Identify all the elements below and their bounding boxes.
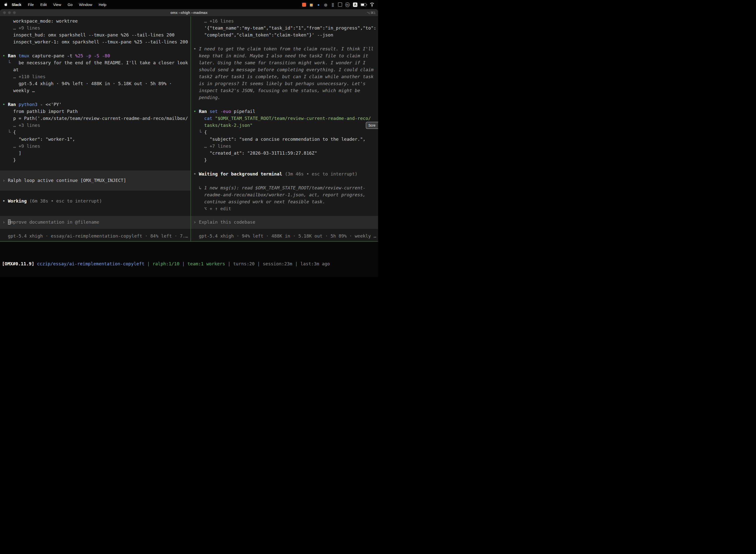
terminal-line: └ { bbox=[2, 129, 188, 136]
terminal-line: weekly … bbox=[2, 87, 188, 94]
screen-overlay-tooltip: Scre bbox=[366, 122, 378, 129]
window-title-bar[interactable]: omx --xhigh --madmax ⌥⌘1 bbox=[0, 9, 378, 16]
terminal-line: } bbox=[2, 157, 188, 164]
ran-command-line: • Ran tmux capture-pane -t %25 -p -S -80 bbox=[2, 52, 188, 59]
composer-input-left[interactable]: › Improve documentation in @filename bbox=[0, 216, 190, 229]
thinking-line: should send a message before completing … bbox=[193, 66, 376, 73]
terminal-line: } bbox=[193, 157, 376, 164]
grid-icon[interactable]: ▦ bbox=[309, 2, 313, 7]
right-pane[interactable]: … +16 lines '{"team_name":"my-team","tas… bbox=[191, 16, 378, 241]
minimize-button[interactable] bbox=[8, 11, 11, 14]
injected-prompt-line[interactable]: › Ralph loop active continue [OMX_TMUX_I… bbox=[0, 170, 190, 190]
terminal-line: cat "$OMX_TEAM_STATE_ROOT/team/review-cu… bbox=[193, 115, 376, 122]
ran-command-line: • Ran python3 - <<'PY' bbox=[2, 101, 188, 108]
omx-status-area: [OMX#0.11.9] cczip/essay/ai-reimplementa… bbox=[0, 242, 378, 277]
terminal-line: … +9 lines bbox=[2, 143, 188, 150]
screen-record-icon[interactable] bbox=[302, 3, 306, 7]
thinking-line: task2 after task1 is complete, but can I… bbox=[193, 73, 376, 80]
mailbox-note-line: ↳ 1 new msg(s): read $OMX_TEAM_STATE_ROO… bbox=[193, 184, 376, 191]
pane-status-line: gpt-5.4 xhigh · essay/ai-reimplementatio… bbox=[2, 233, 188, 239]
terminal-line bbox=[2, 45, 188, 52]
edit-hint-line: ⌥ + ↑ edit bbox=[193, 205, 376, 212]
gauge-61-icon[interactable]: 61 bbox=[345, 2, 350, 7]
terminal-line: … +110 lines bbox=[2, 73, 188, 80]
thinking-line: • I need to get the claim token from the… bbox=[193, 45, 376, 52]
terminal-line: … +7 lines bbox=[193, 143, 376, 150]
thinking-line: is in progress? It seems likely but perh… bbox=[193, 80, 376, 87]
terminal-line bbox=[193, 39, 376, 45]
window-title: omx --xhigh --madmax bbox=[0, 11, 378, 15]
terminal-line: "completed","claim_token":"claim-token"}… bbox=[193, 32, 376, 39]
terminal-line: p = Path('.omx/state/team/review-current… bbox=[2, 115, 188, 122]
thinking-line: keep that in mind. Maybe I also need the… bbox=[193, 52, 376, 59]
terminal-line: "created_at": "2026-03-31T11:59:27.816Z" bbox=[193, 150, 376, 157]
terminal-line: '{"team_name":"my-team","task_id":"1","f… bbox=[193, 24, 376, 32]
menu-item-file[interactable]: File bbox=[24, 2, 37, 7]
mailbox-note-line: continue assigned work or next feasible … bbox=[193, 198, 376, 205]
terminal-line: … +16 lines bbox=[193, 18, 376, 24]
menu-item-go[interactable]: Go bbox=[64, 2, 76, 7]
menu-item-help[interactable]: Help bbox=[96, 2, 110, 7]
window-shortcut-badge: ⌥⌘1 bbox=[367, 11, 378, 15]
mailbox-note-line: readme-and-reco/mailbox/worker-1.json, a… bbox=[193, 191, 376, 198]
terminal-line bbox=[193, 177, 376, 184]
screen: SlackFileEditViewGoWindowHelp ▦●◎⣿61A om… bbox=[0, 0, 378, 277]
pane-status-line: gpt-5.4 xhigh · 94% left · 488K in · 5.1… bbox=[193, 233, 376, 239]
thinking-line: later. Using the same for transition mig… bbox=[193, 59, 376, 66]
terminal-line: ] bbox=[2, 150, 188, 157]
dots-grid-icon[interactable]: ⣿ bbox=[331, 2, 335, 7]
terminal-line: "worker": "worker-1", bbox=[2, 136, 188, 143]
terminal-line: gpt-5.4 xhigh · 94% left · 488K in · 5.1… bbox=[2, 80, 188, 87]
terminal-line: └ be necessary for the end of the README… bbox=[2, 59, 188, 66]
drop-icon[interactable]: ● bbox=[316, 2, 320, 7]
menu-status-icons: ▦●◎⣿61A bbox=[302, 2, 375, 7]
menu-item-edit[interactable]: Edit bbox=[37, 2, 50, 7]
traffic-lights bbox=[0, 11, 16, 14]
menu-item-slack[interactable]: Slack bbox=[8, 2, 24, 7]
menu-item-window[interactable]: Window bbox=[76, 2, 96, 7]
menu-item-view[interactable]: View bbox=[50, 2, 64, 7]
terminal-line: at bbox=[2, 66, 188, 73]
thinking-line: pending. bbox=[193, 94, 376, 101]
circle-app-icon[interactable]: ◎ bbox=[324, 2, 328, 7]
menu-left: SlackFileEditViewGoWindowHelp bbox=[3, 2, 110, 7]
terminal-line: … +9 lines bbox=[2, 24, 188, 32]
zoom-button[interactable] bbox=[13, 11, 16, 14]
terminal-line: └ { bbox=[193, 129, 376, 136]
macos-menu-bar: SlackFileEditViewGoWindowHelp ▦●◎⣿61A bbox=[0, 0, 378, 9]
terminal-line bbox=[193, 164, 376, 170]
terminal-line: inspect_worker-1: omx sparkshell --tmux-… bbox=[2, 39, 188, 45]
close-button[interactable] bbox=[3, 11, 6, 14]
screen-overlay-text: Scre bbox=[368, 123, 376, 127]
terminal-line bbox=[2, 94, 188, 101]
waiting-status-line: • Waiting for background terminal (3m 46… bbox=[193, 170, 376, 177]
terminal-area: workspace_mode: worktree … +9 lines insp… bbox=[0, 16, 378, 241]
terminal-line: "subject": "send a concise recommendatio… bbox=[193, 136, 376, 143]
terminal-line: from pathlib import Path bbox=[2, 108, 188, 115]
menu-items: SlackFileEditViewGoWindowHelp bbox=[8, 2, 110, 7]
apple-icon[interactable] bbox=[3, 2, 7, 7]
terminal-line: inspect_hud: omx sparkshell --tmux-pane … bbox=[2, 32, 188, 39]
terminal-line bbox=[2, 190, 188, 198]
composer-input-right[interactable]: › Explain this codebase bbox=[191, 216, 378, 229]
terminal-line bbox=[2, 164, 188, 170]
terminal-line: tasks/task-2.json" bbox=[193, 122, 376, 129]
working-status-line: • Working (6m 38s • esc to interrupt) bbox=[2, 198, 188, 205]
input-source-icon[interactable]: A bbox=[353, 2, 358, 7]
phone-icon[interactable] bbox=[338, 2, 342, 7]
battery-icon[interactable] bbox=[361, 3, 366, 6]
thinking-line: inspect task2's JSON, focusing on the st… bbox=[193, 87, 376, 94]
wifi-icon[interactable] bbox=[370, 3, 375, 7]
left-pane[interactable]: workspace_mode: worktree … +9 lines insp… bbox=[0, 16, 190, 241]
terminal-line bbox=[193, 101, 376, 108]
omx-status-line: [OMX#0.11.9] cczip/essay/ai-reimplementa… bbox=[2, 260, 378, 267]
ran-command-line: • Ran set -euo pipefail bbox=[193, 108, 376, 115]
terminal-line: workspace_mode: worktree bbox=[2, 18, 188, 24]
terminal-line: … +3 lines bbox=[2, 122, 188, 129]
